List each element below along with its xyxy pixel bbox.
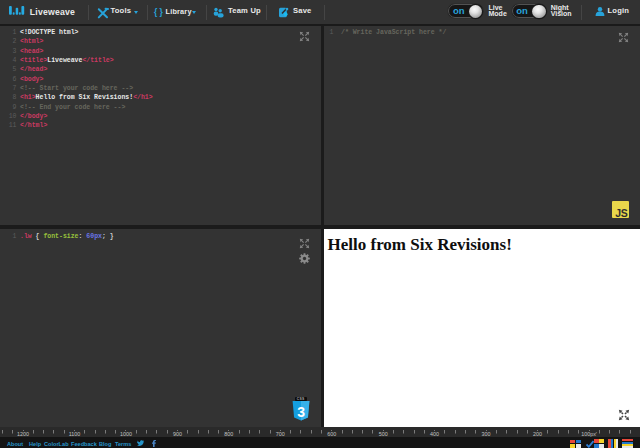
svg-text:3: 3 <box>297 404 305 420</box>
